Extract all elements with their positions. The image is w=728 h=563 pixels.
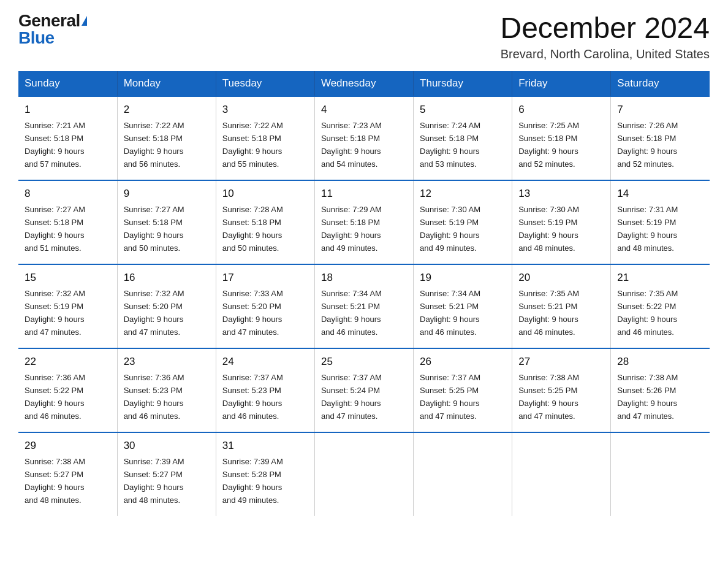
calendar-cell: 16Sunrise: 7:32 AMSunset: 5:20 PMDayligh… (117, 264, 216, 348)
day-number: 9 (124, 186, 210, 202)
day-info: Sunrise: 7:39 AMSunset: 5:27 PMDaylight:… (124, 457, 184, 505)
calendar-cell: 1Sunrise: 7:21 AMSunset: 5:18 PMDaylight… (18, 96, 117, 180)
day-number: 12 (420, 186, 506, 202)
day-number: 22 (25, 354, 111, 370)
calendar-cell: 12Sunrise: 7:30 AMSunset: 5:19 PMDayligh… (414, 180, 512, 264)
day-number: 28 (617, 354, 703, 370)
calendar-cell: 5Sunrise: 7:24 AMSunset: 5:18 PMDaylight… (414, 96, 512, 180)
calendar-cell: 18Sunrise: 7:34 AMSunset: 5:21 PMDayligh… (314, 264, 413, 348)
calendar-cell (414, 432, 512, 516)
day-info: Sunrise: 7:22 AMSunset: 5:18 PMDaylight:… (222, 121, 283, 169)
day-number: 27 (518, 354, 604, 370)
day-info: Sunrise: 7:24 AMSunset: 5:18 PMDaylight:… (420, 121, 480, 169)
day-info: Sunrise: 7:38 AMSunset: 5:27 PMDaylight:… (25, 457, 85, 505)
calendar-cell: 13Sunrise: 7:30 AMSunset: 5:19 PMDayligh… (512, 180, 611, 264)
day-number: 24 (222, 354, 308, 370)
day-number: 11 (321, 186, 407, 202)
day-number: 13 (518, 186, 604, 202)
title-area: December 2024 Brevard, North Carolina, U… (500, 12, 710, 61)
day-number: 25 (321, 354, 407, 370)
month-title: December 2024 (500, 12, 710, 45)
header: General Blue December 2024 Brevard, Nort… (18, 12, 710, 61)
day-number: 17 (222, 270, 308, 286)
calendar-cell: 24Sunrise: 7:37 AMSunset: 5:23 PMDayligh… (216, 348, 314, 432)
day-number: 6 (518, 102, 604, 118)
header-wednesday: Wednesday (314, 71, 413, 96)
calendar-cell: 6Sunrise: 7:25 AMSunset: 5:18 PMDaylight… (512, 96, 611, 180)
day-number: 3 (222, 102, 308, 118)
calendar-cell (611, 432, 710, 516)
day-info: Sunrise: 7:22 AMSunset: 5:18 PMDaylight:… (124, 121, 184, 169)
day-info: Sunrise: 7:30 AMSunset: 5:19 PMDaylight:… (420, 205, 480, 253)
calendar-cell: 20Sunrise: 7:35 AMSunset: 5:21 PMDayligh… (512, 264, 611, 348)
day-number: 30 (124, 438, 210, 454)
day-info: Sunrise: 7:34 AMSunset: 5:21 PMDaylight:… (321, 289, 382, 337)
day-info: Sunrise: 7:36 AMSunset: 5:23 PMDaylight:… (124, 373, 184, 421)
day-number: 31 (222, 438, 308, 454)
header-tuesday: Tuesday (216, 71, 314, 96)
day-number: 8 (25, 186, 111, 202)
header-friday: Friday (512, 71, 611, 96)
calendar-cell: 7Sunrise: 7:26 AMSunset: 5:18 PMDaylight… (611, 96, 710, 180)
calendar-cell: 11Sunrise: 7:29 AMSunset: 5:18 PMDayligh… (314, 180, 413, 264)
day-info: Sunrise: 7:29 AMSunset: 5:18 PMDaylight:… (321, 205, 382, 253)
day-info: Sunrise: 7:23 AMSunset: 5:18 PMDaylight:… (321, 121, 382, 169)
calendar-cell: 2Sunrise: 7:22 AMSunset: 5:18 PMDaylight… (117, 96, 216, 180)
day-number: 16 (124, 270, 210, 286)
day-number: 18 (321, 270, 407, 286)
day-number: 4 (321, 102, 407, 118)
day-number: 23 (124, 354, 210, 370)
day-number: 10 (222, 186, 308, 202)
calendar-week-row: 22Sunrise: 7:36 AMSunset: 5:22 PMDayligh… (18, 348, 710, 432)
day-info: Sunrise: 7:34 AMSunset: 5:21 PMDaylight:… (420, 289, 480, 337)
day-info: Sunrise: 7:36 AMSunset: 5:22 PMDaylight:… (25, 373, 85, 421)
location-title: Brevard, North Carolina, United States (500, 47, 710, 61)
header-monday: Monday (117, 71, 216, 96)
day-info: Sunrise: 7:38 AMSunset: 5:25 PMDaylight:… (518, 373, 579, 421)
day-info: Sunrise: 7:31 AMSunset: 5:19 PMDaylight:… (617, 205, 678, 253)
day-info: Sunrise: 7:37 AMSunset: 5:23 PMDaylight:… (222, 373, 283, 421)
day-info: Sunrise: 7:25 AMSunset: 5:18 PMDaylight:… (518, 121, 579, 169)
calendar-cell: 15Sunrise: 7:32 AMSunset: 5:19 PMDayligh… (18, 264, 117, 348)
calendar-cell: 27Sunrise: 7:38 AMSunset: 5:25 PMDayligh… (512, 348, 611, 432)
day-number: 19 (420, 270, 506, 286)
day-info: Sunrise: 7:38 AMSunset: 5:26 PMDaylight:… (617, 373, 678, 421)
day-info: Sunrise: 7:26 AMSunset: 5:18 PMDaylight:… (617, 121, 678, 169)
day-info: Sunrise: 7:39 AMSunset: 5:28 PMDaylight:… (222, 457, 283, 505)
day-info: Sunrise: 7:37 AMSunset: 5:24 PMDaylight:… (321, 373, 382, 421)
calendar-header-row: SundayMondayTuesdayWednesdayThursdayFrid… (18, 71, 710, 96)
day-number: 7 (617, 102, 703, 118)
calendar-week-row: 1Sunrise: 7:21 AMSunset: 5:18 PMDaylight… (18, 96, 710, 180)
day-number: 29 (25, 438, 111, 454)
day-info: Sunrise: 7:27 AMSunset: 5:18 PMDaylight:… (124, 205, 184, 253)
calendar-cell: 29Sunrise: 7:38 AMSunset: 5:27 PMDayligh… (18, 432, 117, 516)
calendar-cell: 22Sunrise: 7:36 AMSunset: 5:22 PMDayligh… (18, 348, 117, 432)
day-info: Sunrise: 7:28 AMSunset: 5:18 PMDaylight:… (222, 205, 283, 253)
calendar-cell: 14Sunrise: 7:31 AMSunset: 5:19 PMDayligh… (611, 180, 710, 264)
calendar-cell: 19Sunrise: 7:34 AMSunset: 5:21 PMDayligh… (414, 264, 512, 348)
calendar-cell (512, 432, 611, 516)
day-info: Sunrise: 7:35 AMSunset: 5:21 PMDaylight:… (518, 289, 579, 337)
day-info: Sunrise: 7:27 AMSunset: 5:18 PMDaylight:… (25, 205, 85, 253)
day-number: 15 (25, 270, 111, 286)
calendar-cell: 25Sunrise: 7:37 AMSunset: 5:24 PMDayligh… (314, 348, 413, 432)
calendar-cell: 10Sunrise: 7:28 AMSunset: 5:18 PMDayligh… (216, 180, 314, 264)
calendar-cell: 28Sunrise: 7:38 AMSunset: 5:26 PMDayligh… (611, 348, 710, 432)
day-info: Sunrise: 7:33 AMSunset: 5:20 PMDaylight:… (222, 289, 283, 337)
header-sunday: Sunday (18, 71, 117, 96)
header-saturday: Saturday (611, 71, 710, 96)
day-info: Sunrise: 7:32 AMSunset: 5:20 PMDaylight:… (124, 289, 184, 337)
day-number: 26 (420, 354, 506, 370)
logo-blue-text: Blue (18, 29, 55, 47)
calendar-cell: 26Sunrise: 7:37 AMSunset: 5:25 PMDayligh… (414, 348, 512, 432)
calendar-cell: 21Sunrise: 7:35 AMSunset: 5:22 PMDayligh… (611, 264, 710, 348)
day-info: Sunrise: 7:32 AMSunset: 5:19 PMDaylight:… (25, 289, 85, 337)
calendar-cell: 4Sunrise: 7:23 AMSunset: 5:18 PMDaylight… (314, 96, 413, 180)
calendar-week-row: 8Sunrise: 7:27 AMSunset: 5:18 PMDaylight… (18, 180, 710, 264)
calendar-cell: 8Sunrise: 7:27 AMSunset: 5:18 PMDaylight… (18, 180, 117, 264)
logo-triangle-icon (82, 16, 87, 26)
day-info: Sunrise: 7:21 AMSunset: 5:18 PMDaylight:… (25, 121, 85, 169)
logo: General Blue (18, 12, 87, 47)
day-info: Sunrise: 7:30 AMSunset: 5:19 PMDaylight:… (518, 205, 579, 253)
logo-general-text: General (18, 12, 80, 29)
